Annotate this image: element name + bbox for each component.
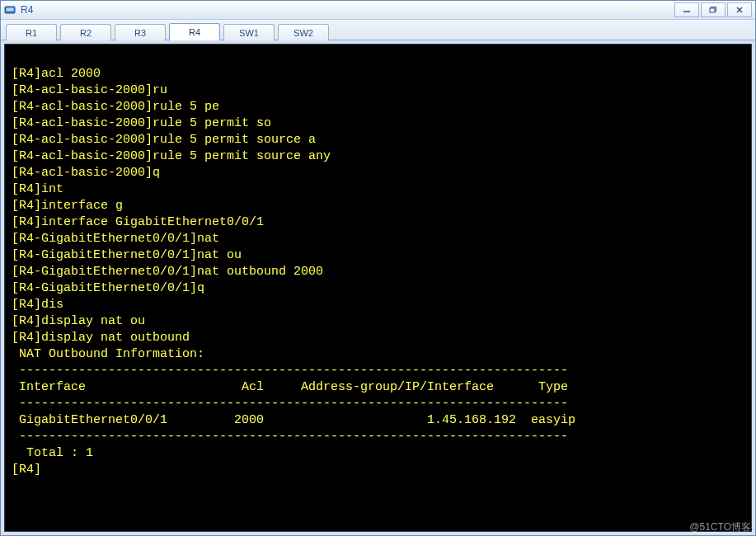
terminal-line: [R4-acl-basic-2000]ru bbox=[12, 82, 744, 99]
terminal-line: [R4]interface GigabitEthernet0/0/1 bbox=[12, 214, 744, 231]
terminal-line: ----------------------------------------… bbox=[12, 363, 744, 379]
terminal-line: [R4-acl-basic-2000]rule 5 permit source … bbox=[12, 132, 744, 148]
titlebar: R4 bbox=[1, 1, 755, 20]
tab-r4[interactable]: R4 bbox=[169, 23, 220, 40]
tab-r3[interactable]: R3 bbox=[115, 24, 166, 40]
terminal-line: [R4-GigabitEthernet0/0/1]nat outbound 20… bbox=[12, 264, 744, 280]
terminal-line: [R4-acl-basic-2000]q bbox=[12, 165, 744, 181]
terminal-line: [R4-acl-basic-2000]rule 5 permit source … bbox=[12, 148, 744, 165]
terminal-line: Total : 1 bbox=[12, 445, 744, 462]
window-title: R4 bbox=[21, 4, 33, 16]
tab-label: R3 bbox=[134, 28, 146, 38]
tab-sw2[interactable]: SW2 bbox=[278, 24, 329, 40]
tab-label: R2 bbox=[80, 28, 92, 38]
terminal-line: [R4-GigabitEthernet0/0/1]q bbox=[12, 280, 744, 297]
terminal-line: [R4]interface g bbox=[12, 198, 744, 214]
tab-label: SW2 bbox=[293, 28, 313, 38]
terminal-line bbox=[12, 49, 744, 66]
terminal-line: Interface Acl Address-group/IP/Interface… bbox=[12, 379, 744, 396]
svg-rect-1 bbox=[7, 8, 14, 12]
close-button[interactable] bbox=[727, 2, 752, 17]
terminal-line: [R4]dis bbox=[12, 297, 744, 313]
terminal-container: [R4]acl 2000[R4-acl-basic-2000]ru[R4-acl… bbox=[1, 40, 755, 535]
terminal-line: [R4] bbox=[12, 462, 744, 478]
terminal-line: [R4-acl-basic-2000]rule 5 pe bbox=[12, 99, 744, 115]
minimize-button[interactable] bbox=[674, 2, 699, 17]
terminal-line: ----------------------------------------… bbox=[12, 396, 744, 412]
tab-r1[interactable]: R1 bbox=[6, 24, 57, 40]
tab-label: SW1 bbox=[239, 28, 259, 38]
terminal-line: [R4-GigabitEthernet0/0/1]nat ou bbox=[12, 247, 744, 264]
app-icon bbox=[4, 4, 16, 16]
app-window: R4 R1R2R3R4SW1SW2 [R4]acl 2000[R4-acl-b bbox=[0, 0, 756, 536]
terminal-line: [R4]display nat outbound bbox=[12, 330, 744, 346]
window-buttons bbox=[673, 2, 752, 17]
restore-button[interactable] bbox=[701, 2, 725, 17]
terminal-line: [R4]display nat ou bbox=[12, 313, 744, 330]
svg-rect-4 bbox=[710, 8, 715, 12]
terminal-line: [R4-acl-basic-2000]rule 5 permit so bbox=[12, 115, 744, 132]
terminal[interactable]: [R4]acl 2000[R4-acl-basic-2000]ru[R4-acl… bbox=[4, 44, 752, 532]
tabstrip: R1R2R3R4SW1SW2 bbox=[1, 20, 755, 40]
terminal-line: GigabitEthernet0/0/1 2000 1.45.168.192 e… bbox=[12, 412, 744, 429]
tab-label: R4 bbox=[189, 27, 200, 37]
terminal-line: ----------------------------------------… bbox=[12, 429, 744, 445]
terminal-line: [R4]int bbox=[12, 181, 744, 198]
terminal-line: NAT Outbound Information: bbox=[12, 346, 744, 363]
tab-r2[interactable]: R2 bbox=[60, 24, 111, 40]
tab-sw1[interactable]: SW1 bbox=[223, 24, 275, 40]
tab-label: R1 bbox=[26, 28, 37, 38]
terminal-line: [R4-GigabitEthernet0/0/1]nat bbox=[12, 231, 744, 247]
terminal-line: [R4]acl 2000 bbox=[12, 66, 744, 82]
